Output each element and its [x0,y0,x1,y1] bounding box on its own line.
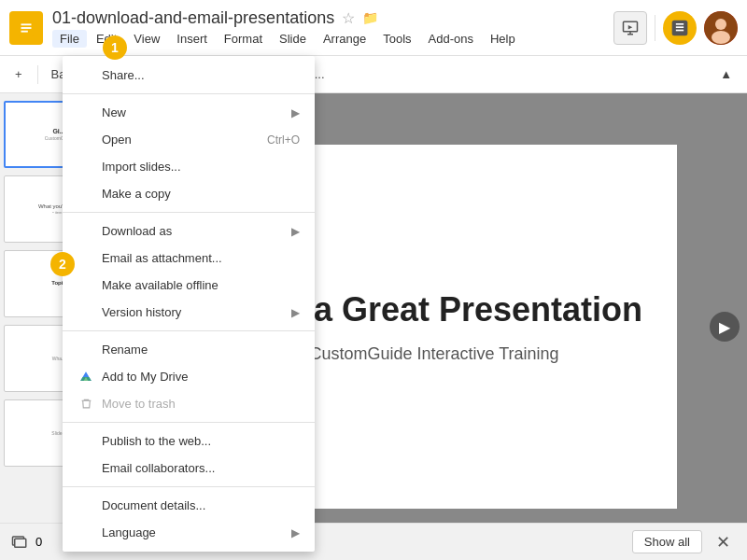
version-arrow: ▶ [291,306,300,319]
download-arrow: ▶ [291,225,300,238]
menu-rename[interactable]: Rename [63,336,315,363]
menu-version[interactable]: Version history ▶ [63,299,315,326]
menu-offline[interactable]: Make available offline [63,272,315,299]
menu-divider-4 [63,422,315,423]
menu-makecopy[interactable]: Make a copy [63,180,315,207]
menu-divider-5 [63,486,315,487]
menu-open[interactable]: Open Ctrl+O [63,126,315,153]
menu-share[interactable]: Share... [63,62,315,89]
menu-divider-1 [63,93,315,94]
menu-new[interactable]: New ▶ [63,99,315,126]
badge-2: 2 [50,252,75,276]
menu-download[interactable]: Download as ▶ [63,217,315,245]
menu-import[interactable]: Import slides... [63,153,315,180]
badge-1: 1 [103,35,127,60]
drive-icon [78,371,94,384]
menu-addtodrive[interactable]: Add to My Drive [63,363,315,390]
menu-language[interactable]: Language ▶ [63,519,315,546]
new-arrow: ▶ [291,106,300,119]
file-menu: Share... New ▶ Open Ctrl+O Import slides… [63,56,315,552]
menu-trash: Move to trash [63,390,315,417]
menu-publish[interactable]: Publish to the web... [63,427,315,455]
menu-divider-2 [63,212,315,213]
menu-email-attachment[interactable]: Email as attachment... [63,245,315,272]
menu-docdetails[interactable]: Document details... [63,492,315,519]
menu-email-collabs[interactable]: Email collaborators... [63,455,315,482]
trash-icon [78,398,94,410]
menu-divider-3 [63,330,315,331]
language-arrow: ▶ [291,526,300,539]
dropdown-overlay[interactable]: Share... New ▶ Open Ctrl+O Import slides… [0,0,747,560]
open-shortcut: Ctrl+O [267,133,300,147]
